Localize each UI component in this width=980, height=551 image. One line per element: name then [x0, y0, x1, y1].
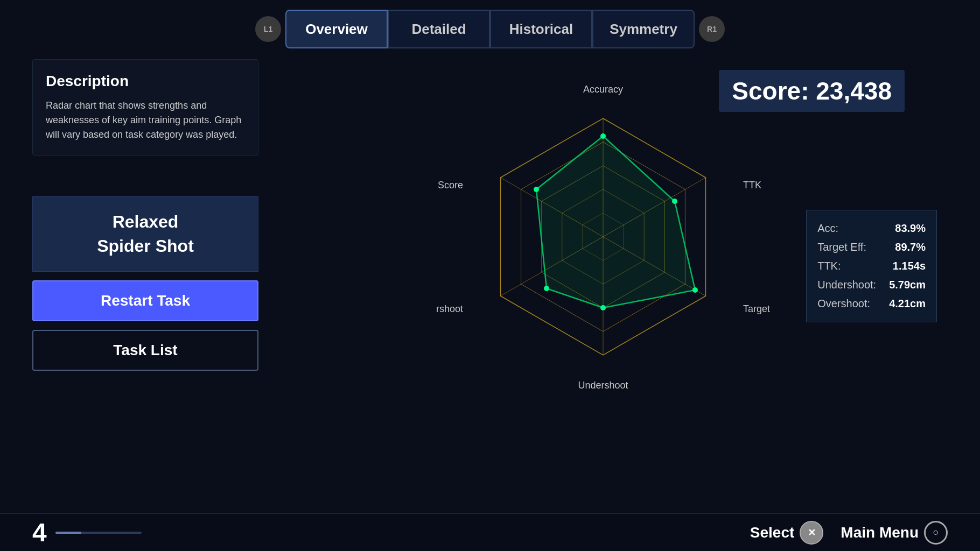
- svg-marker-17: [536, 136, 695, 308]
- tab-historical[interactable]: Historical: [490, 10, 592, 48]
- svg-text:TTK: TTK: [743, 180, 761, 190]
- stat-label-undershoot: Undershoot:: [817, 279, 876, 291]
- stat-value-overshoot: 4.21cm: [889, 298, 926, 310]
- svg-point-19: [672, 199, 677, 204]
- svg-text:Overshoot: Overshoot: [436, 303, 463, 314]
- main-menu-action[interactable]: Main Menu ○: [841, 521, 948, 545]
- select-label: Select: [750, 524, 795, 541]
- stat-row-acc: Acc: 83.9%: [817, 219, 926, 238]
- stats-panel: Acc: 83.9% Target Eff: 89.7% TTK: 1.154s…: [806, 210, 937, 322]
- stat-value-acc: 83.9%: [895, 222, 926, 235]
- svg-text:Accuracy: Accuracy: [583, 84, 623, 95]
- x-icon: ✕: [808, 527, 816, 539]
- stat-row-undershoot: Undershoot: 5.79cm: [817, 276, 926, 294]
- svg-text:Target Eff: Target Eff: [743, 303, 770, 314]
- stat-label-acc: Acc:: [817, 222, 838, 235]
- shoulder-left-button[interactable]: L1: [255, 16, 281, 42]
- top-nav: L1 Overview Detailed Historical Symmetry…: [0, 0, 980, 48]
- stat-row-ttk: TTK: 1.154s: [817, 257, 926, 276]
- description-section: Description Radar chart that shows stren…: [32, 59, 258, 156]
- svg-point-22: [544, 286, 549, 291]
- stat-value-ttk: 1.154s: [893, 260, 926, 272]
- stat-label-targeteff: Target Eff:: [817, 241, 866, 253]
- shoulder-right-button[interactable]: R1: [699, 16, 725, 42]
- main-menu-label: Main Menu: [841, 524, 919, 541]
- main-content: Description Radar chart that shows stren…: [0, 48, 980, 508]
- bottom-bar: 4 Select ✕ Main Menu ○: [0, 513, 980, 551]
- stat-label-ttk: TTK:: [817, 260, 841, 272]
- svg-text:Undershoot: Undershoot: [578, 380, 628, 391]
- page-indicator: 4: [32, 518, 142, 547]
- svg-point-23: [534, 187, 539, 192]
- description-title: Description: [46, 73, 245, 90]
- left-panel: Description Radar chart that shows stren…: [32, 59, 258, 497]
- stat-row-overshoot: Overshoot: 4.21cm: [817, 294, 926, 313]
- svg-point-21: [600, 305, 606, 310]
- stat-label-overshoot: Overshoot:: [817, 298, 870, 310]
- svg-point-20: [692, 287, 698, 293]
- tab-overview[interactable]: Overview: [285, 10, 388, 48]
- circle-icon: ○: [933, 527, 939, 538]
- svg-point-18: [600, 133, 606, 139]
- svg-text:Score: Score: [438, 180, 463, 190]
- select-action[interactable]: Select ✕: [750, 521, 824, 545]
- center-area: Score: 23,438 Accuracy TTK Target Eff Un…: [258, 59, 948, 497]
- task-name-box: Relaxed Spider Shot: [32, 196, 258, 272]
- main-menu-button-icon[interactable]: ○: [924, 521, 948, 545]
- task-name: Relaxed Spider Shot: [46, 210, 245, 258]
- task-list-button[interactable]: Task List: [32, 330, 258, 371]
- bottom-actions: Select ✕ Main Menu ○: [750, 521, 948, 545]
- page-number: 4: [32, 518, 47, 547]
- stat-value-undershoot: 5.79cm: [889, 279, 926, 291]
- select-button-icon[interactable]: ✕: [800, 521, 823, 545]
- page-bar-fill: [55, 532, 81, 534]
- description-text: Radar chart that shows strengths and wea…: [46, 98, 245, 142]
- stat-row-targeteff: Target Eff: 89.7%: [817, 238, 926, 257]
- tab-detailed[interactable]: Detailed: [388, 10, 490, 48]
- tab-symmetry[interactable]: Symmetry: [592, 10, 695, 48]
- restart-task-button[interactable]: Restart Task: [32, 280, 258, 321]
- radar-chart: Accuracy TTK Target Eff Undershoot Overs…: [436, 81, 770, 393]
- stat-value-targeteff: 89.7%: [895, 241, 926, 253]
- page-bar: [55, 532, 142, 534]
